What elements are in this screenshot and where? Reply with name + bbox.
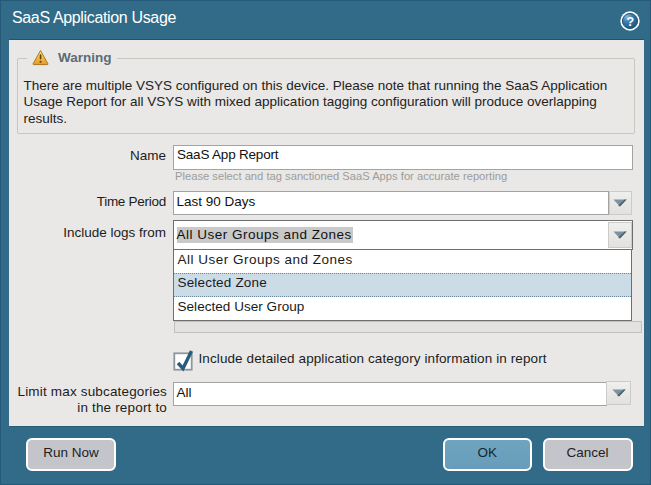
svg-text:?: ? — [626, 15, 634, 29]
